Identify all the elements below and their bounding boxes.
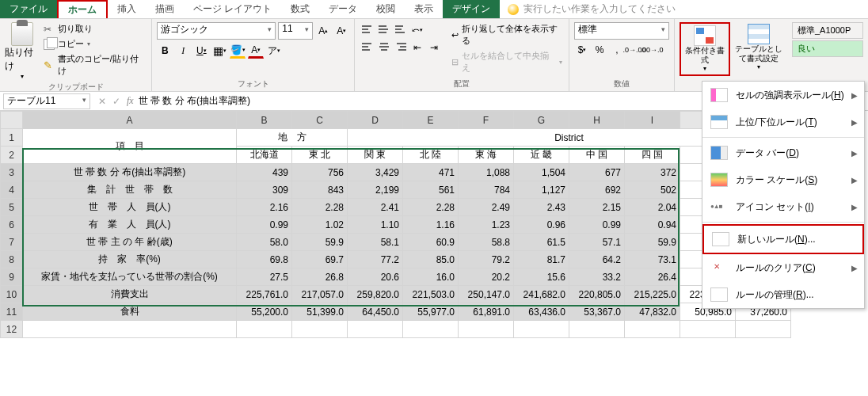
- cell[interactable]: 近 畿: [514, 147, 569, 164]
- cell[interactable]: 1.10: [348, 216, 403, 234]
- cell[interactable]: 東 海: [459, 147, 514, 164]
- tab-home[interactable]: ホーム: [57, 0, 108, 18]
- cell[interactable]: 259,820.0: [348, 286, 403, 303]
- merge-center-button[interactable]: ⊟セルを結合して中央揃え ▾: [450, 49, 564, 74]
- paste-button[interactable]: 貼り付け ▾: [5, 22, 39, 80]
- col-header[interactable]: A: [23, 112, 237, 129]
- cell[interactable]: 北 陸: [403, 147, 459, 164]
- align-top-button[interactable]: [360, 22, 375, 36]
- menu-highlight-rules[interactable]: セルの強調表示ルール(H)▶: [702, 82, 864, 109]
- cell[interactable]: 225,761.0: [237, 286, 292, 303]
- row-header[interactable]: 10: [1, 286, 23, 303]
- cell[interactable]: 集 計 世 帯 数: [23, 181, 237, 199]
- cell[interactable]: 26.8: [292, 268, 348, 286]
- cell[interactable]: 世 帯 主 の 年 齢(歳): [23, 234, 237, 251]
- cell[interactable]: 3,429: [348, 164, 403, 181]
- cell[interactable]: 2.04: [625, 199, 680, 216]
- cell[interactable]: 1.02: [292, 216, 348, 234]
- row-header[interactable]: 7: [1, 234, 23, 251]
- font-size-combo[interactable]: 11: [278, 22, 313, 40]
- cell[interactable]: 59.9: [625, 234, 680, 251]
- cell[interactable]: 20.6: [348, 268, 403, 286]
- col-header[interactable]: B: [237, 112, 292, 129]
- tab-design[interactable]: デザイン: [443, 0, 500, 18]
- menu-manage-rules[interactable]: ルールの管理(R)...: [702, 281, 864, 308]
- col-header[interactable]: I: [625, 112, 680, 129]
- cell[interactable]: 2,199: [348, 181, 403, 199]
- cell[interactable]: 地 方: [237, 129, 348, 147]
- cell[interactable]: 有 業 人 員(人): [23, 216, 237, 234]
- cell[interactable]: 2.49: [459, 199, 514, 216]
- menu-icon-sets[interactable]: アイコン セット(I)▶: [702, 193, 864, 220]
- cell[interactable]: 64.2: [569, 251, 625, 268]
- decrease-decimal-button[interactable]: .00→.0: [644, 42, 660, 58]
- cell[interactable]: 55,977.0: [403, 303, 459, 321]
- cell[interactable]: 64,450.0: [348, 303, 403, 321]
- cell[interactable]: 世 帯 人 員(人): [23, 199, 237, 216]
- number-format-combo[interactable]: 標準: [574, 22, 669, 40]
- cell[interactable]: 中 国: [569, 147, 625, 164]
- cell[interactable]: 63,436.0: [514, 303, 569, 321]
- percent-button[interactable]: %: [592, 42, 607, 58]
- cell[interactable]: 1.23: [459, 216, 514, 234]
- cell[interactable]: 20.2: [459, 268, 514, 286]
- cell[interactable]: 561: [403, 181, 459, 199]
- cell[interactable]: 2.43: [514, 199, 569, 216]
- grid[interactable]: A B C D E F G H I J K 1 項 目 地 方 District…: [0, 111, 791, 338]
- cell[interactable]: 58.0: [237, 234, 292, 251]
- fill-color-button[interactable]: 🪣 ▾: [230, 43, 246, 59]
- cell[interactable]: 53,367.0: [569, 303, 625, 321]
- decrease-indent-button[interactable]: ⇤: [409, 40, 425, 55]
- cell[interactable]: 439: [237, 164, 292, 181]
- cell[interactable]: [514, 321, 569, 338]
- cell[interactable]: [459, 321, 514, 338]
- cell[interactable]: 1,088: [459, 164, 514, 181]
- tab-draw[interactable]: 描画: [146, 0, 184, 18]
- tell-me[interactable]: 実行したい作業を入力してください: [500, 0, 676, 18]
- cell[interactable]: 27.5: [237, 268, 292, 286]
- cell[interactable]: [292, 321, 348, 338]
- cell[interactable]: 15.6: [514, 268, 569, 286]
- underline-button[interactable]: U ▾: [193, 43, 209, 59]
- cell[interactable]: 0.94: [625, 216, 680, 234]
- menu-top-bottom-rules[interactable]: 上位/下位ルール(T)▶: [702, 109, 864, 135]
- cell[interactable]: 57.1: [569, 234, 625, 251]
- cell[interactable]: 項 目: [23, 129, 237, 164]
- cell[interactable]: 69.7: [292, 251, 348, 268]
- enter-icon[interactable]: ✓: [112, 96, 120, 107]
- cell[interactable]: 677: [569, 164, 625, 181]
- col-header[interactable]: H: [569, 112, 625, 129]
- cell[interactable]: 79.2: [459, 251, 514, 268]
- cell[interactable]: 69.8: [237, 251, 292, 268]
- row-header[interactable]: 12: [1, 321, 23, 338]
- cancel-icon[interactable]: ✕: [98, 96, 106, 107]
- shrink-font-button[interactable]: A▾: [333, 23, 349, 39]
- cell-styles-gallery[interactable]: 標準_A1000P 良い: [787, 22, 863, 57]
- row-header[interactable]: 11: [1, 303, 23, 321]
- cell[interactable]: 784: [459, 181, 514, 199]
- cell[interactable]: 世 帯 数 分 布(抽出率調整): [23, 164, 237, 181]
- tab-formulas[interactable]: 数式: [281, 0, 319, 18]
- cell[interactable]: [736, 321, 791, 338]
- cell[interactable]: [23, 321, 237, 338]
- row-header[interactable]: 1: [1, 129, 23, 147]
- cell[interactable]: 61,891.0: [459, 303, 514, 321]
- cell[interactable]: 85.0: [403, 251, 459, 268]
- cell[interactable]: 家賃・地代を支払っている世帯の割合(%): [23, 268, 237, 286]
- tab-review[interactable]: 校閲: [367, 0, 405, 18]
- cell[interactable]: 2.28: [292, 199, 348, 216]
- cell[interactable]: 220,805.0: [569, 286, 625, 303]
- cell[interactable]: 59.9: [292, 234, 348, 251]
- orientation-button[interactable]: ⤺ ▾: [409, 22, 425, 38]
- cell[interactable]: 四 国: [625, 147, 680, 164]
- cell[interactable]: [403, 321, 459, 338]
- tab-layout[interactable]: ページ レイアウト: [184, 0, 281, 18]
- cell[interactable]: 47,832.0: [625, 303, 680, 321]
- col-header[interactable]: F: [459, 112, 514, 129]
- cell[interactable]: 持 家 率(%): [23, 251, 237, 268]
- menu-clear-rules[interactable]: ルールのクリア(C)▶: [702, 254, 864, 281]
- cell[interactable]: 843: [292, 181, 348, 199]
- row-header[interactable]: 2: [1, 147, 23, 164]
- row-header[interactable]: 4: [1, 181, 23, 199]
- tab-data[interactable]: データ: [319, 0, 367, 18]
